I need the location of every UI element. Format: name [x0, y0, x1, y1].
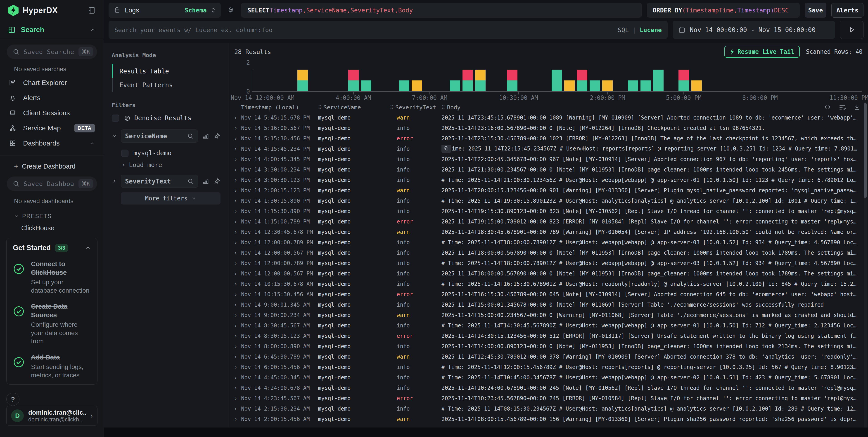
expand-row-icon[interactable]: ›: [234, 281, 238, 288]
expand-row-icon[interactable]: ›: [234, 405, 238, 412]
expand-row-icon[interactable]: ›: [234, 301, 238, 308]
table-row[interactable]: › Nov 14 5:15:30.456 PM mysql-demo error…: [228, 133, 868, 144]
table-row[interactable]: › Nov 14 5:45:15.678 PM mysql-demo warn …: [228, 112, 868, 123]
load-more-button[interactable]: › Load more: [112, 159, 220, 175]
expand-row-icon[interactable]: ›: [234, 249, 238, 256]
histogram-bar[interactable]: [590, 80, 600, 91]
sidebar-item-dashboards[interactable]: Dashboards: [7, 136, 97, 151]
denoise-results-toggle[interactable]: Denoise Results: [112, 114, 220, 122]
expand-row-icon[interactable]: ›: [234, 364, 238, 371]
table-row[interactable]: › Nov 14 6:00:15.456 AM mysql-demo info …: [228, 362, 868, 372]
histogram-bar[interactable]: [475, 70, 486, 91]
wrap-lines-icon[interactable]: [839, 104, 846, 110]
table-row[interactable]: › Nov 14 9:00:00.234 AM mysql-demo warn …: [228, 310, 868, 321]
sidebar-item-service-map[interactable]: Service Map BETA: [7, 121, 97, 136]
expand-row-icon[interactable]: ›: [234, 218, 238, 225]
sidebar-collapse-icon[interactable]: [88, 6, 96, 14]
copy-icon[interactable]: [441, 145, 451, 153]
more-filters-button[interactable]: More filters: [121, 192, 220, 204]
expand-row-icon[interactable]: ›: [234, 166, 238, 173]
saved-searches-input[interactable]: Saved Searches ⌘K: [7, 44, 97, 59]
chevron-down-icon[interactable]: [112, 133, 118, 139]
histogram-bar[interactable]: [412, 80, 422, 91]
search-icon[interactable]: [187, 178, 194, 184]
table-row[interactable]: › Nov 14 8:00:00.890 AM mysql-demo info …: [228, 341, 868, 351]
expand-row-icon[interactable]: ›: [234, 145, 238, 152]
expand-row-icon[interactable]: ›: [234, 354, 238, 360]
chevron-right-icon[interactable]: [112, 178, 118, 184]
table-row[interactable]: › Nov 14 12:00:00.567 PM mysql-demo info…: [228, 248, 868, 258]
table-row[interactable]: › Nov 14 5:16:00.567 PM mysql-demo info …: [228, 123, 868, 133]
get-started-step[interactable]: Create Data Sources Configure where your…: [13, 302, 91, 345]
expand-row-icon[interactable]: ›: [234, 270, 238, 277]
alerts-button[interactable]: Alerts: [831, 3, 864, 18]
expand-row-icon[interactable]: ›: [234, 333, 238, 339]
table-row[interactable]: › Nov 14 1:15:00.789 PM mysql-demo error…: [228, 216, 868, 227]
table-row[interactable]: › Nov 14 4:00:45.345 PM mysql-demo info …: [228, 154, 868, 165]
code-view-icon[interactable]: [824, 104, 831, 110]
chevron-up-icon[interactable]: [89, 140, 95, 146]
lucene-mode-toggle[interactable]: Lucene: [640, 27, 662, 33]
expand-row-icon[interactable]: ›: [234, 135, 238, 142]
source-selector[interactable]: Logs Schema: [108, 3, 221, 18]
date-range-picker[interactable]: Nov 14 00:00:00 - Nov 15 00:00:00: [673, 21, 835, 39]
table-row[interactable]: › Nov 14 4:15:45.234 PM mysql-demo info …: [228, 144, 868, 154]
histogram-bar[interactable]: [641, 80, 651, 91]
bar-chart-icon[interactable]: [203, 133, 209, 139]
histogram-bar[interactable]: [552, 70, 562, 91]
order-by-input[interactable]: ORDER BY (TimestampTime, Timestamp) DESC: [647, 3, 800, 18]
expand-row-icon[interactable]: ›: [234, 239, 238, 246]
column-header-timestamp[interactable]: Timestamp (Local): [241, 104, 318, 111]
column-header-severitytext[interactable]: ⠿SeverityText: [390, 104, 441, 111]
sql-mode-toggle[interactable]: SQL: [618, 27, 629, 33]
sidebar-item-alerts[interactable]: Alerts: [7, 90, 97, 105]
expand-row-icon[interactable]: ›: [234, 208, 238, 215]
histogram-bar[interactable]: [298, 70, 308, 91]
query-settings-gear-icon[interactable]: [226, 3, 236, 18]
table-row[interactable]: › Nov 14 8:30:45.567 AM mysql-demo info …: [228, 321, 868, 331]
column-header-servicename[interactable]: ⠿ServiceName: [318, 104, 390, 111]
histogram-bar[interactable]: [399, 80, 409, 91]
histogram-bar[interactable]: [507, 70, 518, 91]
mode-event-patterns[interactable]: Event Patterns: [112, 78, 220, 92]
search-icon[interactable]: [187, 133, 194, 139]
expand-row-icon[interactable]: ›: [234, 416, 238, 423]
histogram-bar[interactable]: [628, 80, 638, 91]
expand-row-icon[interactable]: ›: [234, 384, 238, 391]
scrollbar-thumb[interactable]: [864, 103, 867, 198]
pin-icon[interactable]: [214, 133, 220, 139]
search-input[interactable]: Search your events w/ Lucene ex. column:…: [108, 21, 668, 39]
schema-toggle[interactable]: Schema: [185, 7, 207, 14]
mode-results-table[interactable]: Results Table: [112, 64, 220, 78]
expand-row-icon[interactable]: ›: [234, 114, 238, 121]
table-row[interactable]: › Nov 14 3:30:00.234 PM mysql-demo info …: [228, 165, 868, 175]
drag-handle-icon[interactable]: ⠿: [318, 105, 321, 110]
expand-row-icon[interactable]: ›: [234, 395, 238, 402]
table-row[interactable]: › Nov 14 3:00:30.123 PM mysql-demo info …: [228, 175, 868, 185]
expand-row-icon[interactable]: ›: [234, 291, 238, 298]
histogram-bar[interactable]: [679, 70, 689, 91]
run-query-button[interactable]: [840, 21, 864, 39]
table-row[interactable]: › Nov 14 4:23:45.567 AM mysql-demo error…: [228, 393, 868, 404]
histogram-bar[interactable]: [577, 70, 587, 91]
table-row[interactable]: › Nov 14 8:30:15.123 AM mysql-demo error…: [228, 331, 868, 341]
denoise-checkbox[interactable]: [112, 114, 119, 122]
mysql-demo-checkbox[interactable]: [121, 149, 128, 157]
histogram-bar[interactable]: [602, 80, 613, 91]
table-row[interactable]: › Nov 14 2:00:15.123 PM mysql-demo warn …: [228, 185, 868, 196]
chevron-up-icon[interactable]: [90, 27, 96, 33]
sidebar-item-search[interactable]: Search: [0, 21, 104, 39]
expand-row-icon[interactable]: ›: [234, 229, 238, 235]
sidebar-preset-item[interactable]: ClickHouse: [7, 221, 97, 235]
table-row[interactable]: › Nov 14 2:00:15.456 AM mysql-demo warn …: [228, 414, 868, 424]
sidebar-item-client-sessions[interactable]: Client Sessions: [7, 105, 97, 121]
table-row[interactable]: › Nov 14 12:30:45.678 PM mysql-demo warn…: [228, 227, 868, 237]
table-row[interactable]: › Nov 14 4:45:00.345 AM mysql-demo info …: [228, 372, 868, 383]
table-row[interactable]: › Nov 14 10:15:30.456 AM mysql-demo erro…: [228, 289, 868, 300]
expand-row-icon[interactable]: ›: [234, 322, 238, 329]
chevron-up-icon[interactable]: [85, 245, 91, 251]
get-started-step[interactable]: Add Data Start sending logs, metrics, or…: [13, 353, 91, 379]
histogram-bar[interactable]: [653, 70, 663, 91]
histogram-bar[interactable]: [463, 70, 473, 91]
get-started-step[interactable]: Connect to ClickHouse Set up your databa…: [13, 260, 91, 295]
